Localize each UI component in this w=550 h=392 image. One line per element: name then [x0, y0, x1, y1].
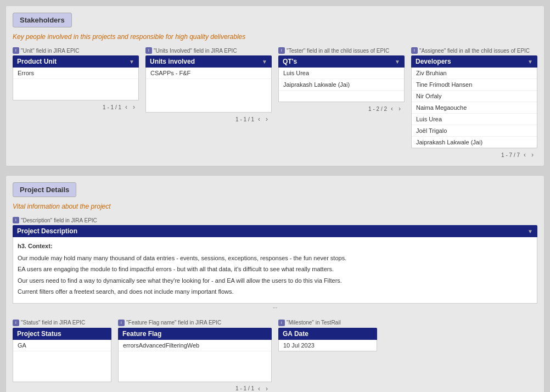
feature-flag-body: errorsAdvancedFilteringWeb	[118, 340, 272, 382]
list-item: Luis Urea	[279, 68, 404, 79]
project-details-subtitle: Vital information about the project	[13, 203, 537, 210]
ga-date-label: i "Milestone" in TestRail	[278, 320, 377, 326]
developers-pagination: 1 - 7 / 7 ‹ ›	[411, 148, 537, 159]
product-unit-info-icon: i	[13, 47, 19, 54]
feature-flag-header[interactable]: Feature Flag	[118, 328, 272, 340]
desc-line-4: Current filters offer a freetext search,…	[18, 287, 532, 297]
product-unit-pagination: 1 - 1 / 1 ‹ ›	[13, 100, 139, 111]
desc-collapse-btn[interactable]: ···	[13, 304, 537, 312]
list-item: Luis Urea	[412, 114, 537, 125]
stakeholders-subtitle: Key people involved in this projects and…	[13, 33, 537, 41]
qts-header[interactable]: QT's ▼	[278, 55, 405, 68]
product-unit-label: i "Unit" field in JIRA EPIC	[13, 47, 139, 54]
feature-flag-next-btn[interactable]: ›	[264, 384, 270, 392]
units-involved-next-btn[interactable]: ›	[264, 115, 270, 124]
ga-date-block: i "Milestone" in TestRail GA Date 10 Jul…	[278, 320, 377, 351]
developers-info-icon: i	[411, 47, 418, 54]
developers-header[interactable]: Developers ▼	[411, 55, 537, 68]
bottom-fields-row: i "Status" field in JIRA EPIC Project St…	[13, 320, 537, 392]
product-unit-block: i "Unit" field in JIRA EPIC Product Unit…	[13, 47, 139, 111]
project-status-header[interactable]: Project Status	[13, 328, 111, 340]
developers-prev-btn[interactable]: ‹	[522, 150, 527, 159]
qts-prev-btn[interactable]: ‹	[389, 104, 395, 113]
developers-block: i "Assignee" field in all the child issu…	[411, 47, 537, 159]
list-item: Naima Megaouche	[412, 102, 537, 114]
project-desc-label: i "Description" field in JIRA EPIC	[13, 217, 537, 223]
list-item: GA	[13, 340, 111, 351]
product-unit-caret: ▼	[129, 59, 134, 65]
project-desc-caret: ▼	[527, 228, 533, 234]
project-status-label: i "Status" field in JIRA EPIC	[13, 320, 111, 326]
qts-pagination: 1 - 2 / 2 ‹ ›	[278, 102, 405, 113]
units-involved-label: i "Units Involved" field in JIRA EPIC	[145, 47, 272, 54]
list-item: Jaiprakash Lakwale (Jai)	[279, 79, 404, 91]
stakeholders-title: Stakeholders	[13, 13, 72, 27]
project-details-section: Project Details Vital information about …	[5, 175, 545, 392]
developers-body: Ziv Bruhian Tine Frimodt Hansen Nir Orfa…	[411, 68, 537, 148]
list-item: Ziv Bruhian	[412, 68, 537, 79]
project-desc-body: h3. Context: Our module may hold many ma…	[13, 237, 537, 304]
product-unit-header[interactable]: Product Unit ▼	[13, 55, 139, 68]
desc-line-1: Our module may hold many many thousand o…	[18, 254, 532, 264]
feature-flag-block: i "Feature Flag name" field in JIRA EPIC…	[118, 320, 272, 392]
desc-h3: h3. Context:	[18, 242, 532, 251]
feature-flag-prev-btn[interactable]: ‹	[256, 384, 262, 392]
developers-next-btn[interactable]: ›	[530, 150, 535, 159]
units-involved-prev-btn[interactable]: ‹	[256, 115, 262, 124]
qts-info-icon: i	[278, 47, 285, 54]
desc-line-2: EA users are engaging the module to find…	[18, 265, 532, 275]
product-unit-next-btn[interactable]: ›	[131, 103, 137, 111]
project-description-block: i "Description" field in JIRA EPIC Proje…	[13, 217, 537, 312]
units-involved-header[interactable]: Units involved ▼	[145, 55, 272, 68]
list-item: Nir Orfaly	[412, 91, 537, 102]
feature-flag-pagination: 1 - 1 / 1 ‹ ›	[118, 382, 272, 392]
qts-caret: ▼	[395, 59, 400, 65]
feature-flag-label: i "Feature Flag name" field in JIRA EPIC	[118, 320, 272, 326]
qts-next-btn[interactable]: ›	[397, 104, 402, 113]
list-item: Errors	[13, 68, 138, 79]
project-status-info-icon: i	[13, 320, 19, 326]
product-unit-prev-btn[interactable]: ‹	[124, 103, 129, 111]
ga-date-info-icon: i	[278, 320, 285, 326]
developers-label: i "Assignee" field in all the child issu…	[411, 47, 537, 54]
units-involved-caret: ▼	[262, 59, 267, 65]
list-item: errorsAdvancedFilteringWeb	[119, 340, 271, 351]
list-item: Tine Frimodt Hansen	[412, 79, 537, 91]
project-desc-info-icon: i	[13, 217, 19, 223]
ga-date-header: GA Date	[278, 328, 377, 340]
list-item: Joël Trigalo	[412, 125, 537, 137]
units-involved-body: CSAPPs - F&F	[145, 68, 272, 113]
stakeholders-section: Stakeholders Key people involved in this…	[5, 5, 545, 166]
units-involved-block: i "Units Involved" field in JIRA EPIC Un…	[145, 47, 272, 124]
project-desc-header[interactable]: Project Description ▼	[13, 225, 537, 237]
units-involved-pagination: 1 - 1 / 1 ‹ ›	[145, 113, 272, 124]
qts-block: i "Tester" field in all the child issues…	[278, 47, 405, 113]
stakeholders-columns: i "Unit" field in JIRA EPIC Product Unit…	[13, 47, 537, 159]
desc-line-3: Our users need to find a way to dynamica…	[18, 276, 532, 286]
product-unit-body: Errors	[13, 68, 139, 100]
units-involved-info-icon: i	[145, 47, 152, 54]
project-status-body: GA	[13, 340, 111, 382]
qts-label: i "Tester" field in all the child issues…	[278, 47, 405, 54]
project-status-block: i "Status" field in JIRA EPIC Project St…	[13, 320, 111, 382]
list-item: CSAPPs - F&F	[146, 68, 271, 79]
qts-body: Luis Urea Jaiprakash Lakwale (Jai)	[278, 68, 405, 102]
feature-flag-info-icon: i	[118, 320, 125, 326]
developers-caret: ▼	[527, 59, 533, 65]
ga-date-value: 10 Jul 2023	[278, 340, 377, 351]
project-details-title: Project Details	[13, 182, 76, 197]
list-item: Jaiprakash Lakwale (Jai)	[412, 137, 537, 148]
